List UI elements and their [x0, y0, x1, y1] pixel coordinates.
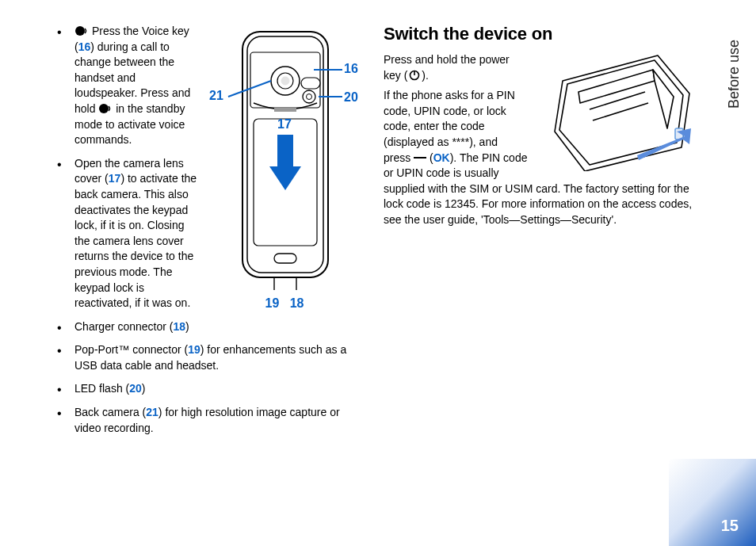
right-column: Switch the device on Press and hold the … — [384, 24, 693, 523]
left-column: 16 20 21 17 19 18 Press the Voice key (1… — [49, 24, 360, 523]
bullet-camera-cover: Open the camera lens cover (17) to activ… — [49, 156, 360, 311]
text: LED flash ( — [74, 382, 129, 395]
ref-16: 16 — [78, 40, 91, 53]
section-heading: Switch the device on — [384, 24, 693, 44]
bullet-led-flash: LED flash (20) — [49, 381, 360, 397]
selection-key-icon — [414, 157, 426, 158]
svg-point-20 — [99, 104, 109, 113]
bullet-voice-key: Press the Voice key (16) during a call t… — [49, 24, 360, 148]
power-icon — [407, 70, 422, 81]
page-content: 16 20 21 17 19 18 Press the Voice key (1… — [49, 24, 693, 523]
text: ) — [185, 320, 189, 333]
section-side-tab: Before use — [726, 40, 743, 109]
text: ) — [142, 382, 146, 395]
feature-bullet-list: Press the Voice key (16) during a call t… — [49, 24, 360, 436]
text: Charger connector ( — [74, 320, 174, 333]
svg-point-19 — [75, 26, 85, 36]
bullet-charger: Charger connector (18) — [49, 319, 360, 335]
power-on-svg — [534, 52, 693, 171]
ok-label: OK — [433, 151, 450, 164]
voice-key-icon — [74, 25, 89, 36]
text: ( — [426, 151, 433, 164]
ref-19: 19 — [188, 343, 200, 356]
ref-20: 20 — [129, 382, 142, 395]
page-number: 15 — [721, 517, 739, 535]
ref-18: 18 — [174, 320, 186, 333]
bullet-back-camera: Back camera (21) for high resolution ima… — [49, 405, 360, 436]
bullet-popport: Pop-Port™ connector (19) for enhancement… — [49, 342, 360, 373]
text: Back camera ( — [74, 406, 146, 418]
text: Pop-Port™ connector ( — [74, 343, 188, 356]
ref-17: 17 — [109, 172, 121, 185]
ref-21: 21 — [146, 406, 158, 418]
page-corner-gradient — [669, 459, 756, 546]
text: ) to activate the back camera. This also… — [74, 172, 197, 309]
text: ). — [422, 69, 429, 82]
voice-key-icon — [98, 103, 113, 114]
text: Press and hold the power key ( — [384, 53, 510, 82]
power-on-figure — [534, 52, 693, 174]
